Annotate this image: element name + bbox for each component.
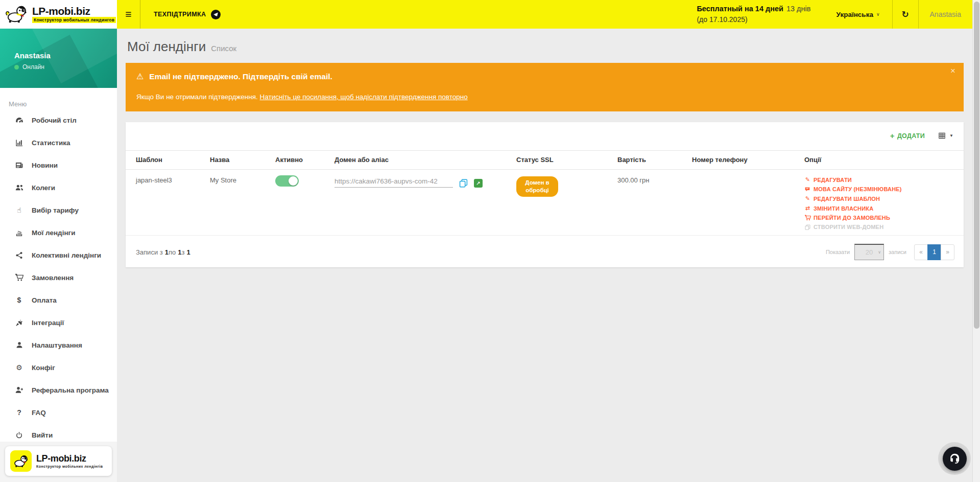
exchange-icon: ⇄ xyxy=(804,205,811,212)
close-icon[interactable]: × xyxy=(950,66,955,76)
chevron-down-icon: ∨ xyxy=(876,12,880,17)
sidebar-item-payment[interactable]: $ Оплата xyxy=(0,289,117,311)
online-status: Онлайн xyxy=(14,63,117,71)
dollar-icon: $ xyxy=(14,296,24,304)
question-icon: ? xyxy=(14,408,24,417)
sidebar-item-referral[interactable]: Реферальна програма xyxy=(0,379,117,401)
dog-mascot-icon xyxy=(10,450,32,472)
table-view-button[interactable]: ▼ xyxy=(938,132,953,140)
sidebar-item-my-landings[interactable]: Мої лендінги xyxy=(0,221,117,244)
landings-card: + ДОДАТИ ▼ Шаблон Назва Активно Домен аб… xyxy=(126,122,964,267)
current-page-button[interactable]: 1 xyxy=(927,244,941,260)
language-select[interactable]: Українська ∨ xyxy=(824,0,892,29)
phone-cell xyxy=(688,170,800,236)
prev-page-button[interactable]: « xyxy=(914,244,928,260)
column-header-domain: Домен або аліас xyxy=(330,151,512,170)
hand-pointer-icon: ☝ xyxy=(14,206,24,214)
top-header: LP-mobi.biz Конструктор мобильных лендин… xyxy=(0,0,972,29)
menu-section-label: Меню xyxy=(0,88,117,109)
sidebar-item-tariff[interactable]: ☝ Вибір тарифу xyxy=(0,199,117,221)
trial-info: Бесплатный на 14 дней13 днів (до 17.10.2… xyxy=(697,0,824,29)
sidebar-item-config[interactable]: ⚙ Конфіг xyxy=(0,356,117,379)
column-header-ssl: Статус SSL xyxy=(512,151,613,170)
site-language-link[interactable]: МОВА САЙТУ (НЕЗМІНЮВАНЕ) xyxy=(804,186,960,192)
resend-confirmation-link[interactable]: Натисніть це посилання, щоб надіслати пі… xyxy=(260,93,468,101)
active-toggle[interactable] xyxy=(275,175,299,187)
refresh-icon: ↻ xyxy=(901,9,909,20)
sidebar-item-statistics[interactable]: Статистика xyxy=(0,131,117,154)
change-owner-link[interactable]: ⇄ ЗМІНИТИ ВЛАСНИКА xyxy=(804,205,960,212)
records-label: записи xyxy=(889,249,906,255)
ssl-status-badge: Домен в обробці xyxy=(516,176,558,197)
power-icon xyxy=(14,431,24,439)
dashboard-icon xyxy=(14,116,24,124)
page-subtitle: Список xyxy=(211,44,236,53)
edit-icon: ✎ xyxy=(804,176,811,183)
warning-icon: ⚠ xyxy=(136,72,144,81)
sidebar-item-settings[interactable]: Налаштування xyxy=(0,334,117,356)
column-header-name: Назва xyxy=(206,151,271,170)
email-alert: ⚠ Email не підтверджено. Підтвердіть сві… xyxy=(126,63,964,111)
clone-icon xyxy=(804,224,811,230)
landings-table: Шаблон Назва Активно Домен або аліас Ста… xyxy=(126,150,964,236)
pagination-row: Записи з1по1з1 Показати 20 ∨ записи « 1 … xyxy=(126,236,964,263)
footer-logo[interactable]: LP-mobi.biz Конструктор мобільних лендін… xyxy=(5,446,112,476)
alert-body-text: Якщо Ви не отримали підтвердження. xyxy=(136,93,260,101)
language-icon xyxy=(804,187,811,192)
cart-icon xyxy=(14,273,24,282)
name-cell: My Store xyxy=(206,170,271,236)
column-header-options: Опції xyxy=(800,151,964,170)
vertical-scrollbar[interactable] xyxy=(972,0,980,482)
edit-template-link[interactable]: ✎ РЕДАГУВАТИ ШАБЛОН xyxy=(804,195,960,202)
footer-logo-title: LP-mobi.biz xyxy=(36,454,103,464)
domain-input[interactable] xyxy=(334,176,453,188)
open-domain-button[interactable]: ↗ xyxy=(474,179,483,188)
sidebar-item-colleagues[interactable]: Колеги xyxy=(0,176,117,199)
logo-title: LP-mobi.biz xyxy=(32,6,116,17)
edit-link[interactable]: ✎ РЕДАГУВАТИ xyxy=(804,176,960,183)
options-cell: ✎ РЕДАГУВАТИ МОВА САЙТУ (НЕЗМІНЮВАНЕ) ✎ … xyxy=(804,176,960,230)
main-content: Мої лендінги Список ⚠ Email не підтвердж… xyxy=(117,29,972,482)
share-icon xyxy=(14,251,24,259)
chevron-down-icon: ▼ xyxy=(949,133,953,138)
table-row: japan-steel3 My Store ↗ xyxy=(126,170,964,236)
card-toolbar: + ДОДАТИ ▼ xyxy=(126,122,964,150)
plug-icon xyxy=(14,319,24,327)
go-to-orders-link[interactable]: ПЕРЕЙТИ ДО ЗАМОВЛЕНЬ xyxy=(804,215,960,221)
trial-days-left: 13 днів xyxy=(786,5,811,13)
user-menu[interactable]: Anastasia xyxy=(919,0,972,29)
app-logo[interactable]: LP-mobi.biz Конструктор мобильных лендин… xyxy=(0,0,117,29)
external-link-icon: ↗ xyxy=(476,180,480,186)
sidebar-item-integrations[interactable]: Інтеграції xyxy=(0,311,117,334)
plus-icon: + xyxy=(890,131,895,140)
sidebar-item-orders[interactable]: Замовлення xyxy=(0,266,117,289)
refresh-button[interactable]: ↻ xyxy=(892,0,919,29)
sidebar: Anastasia Онлайн Меню Робочий стіл Стати… xyxy=(0,29,117,482)
telegram-icon xyxy=(211,10,221,19)
user-icon xyxy=(14,341,24,349)
sidebar-item-news[interactable]: Новини xyxy=(0,154,117,176)
page-title: Мої лендінги xyxy=(127,39,206,55)
copy-domain-button[interactable] xyxy=(459,179,468,188)
column-header-price: Вартість xyxy=(613,151,688,170)
sidebar-item-faq[interactable]: ? FAQ xyxy=(0,401,117,424)
sidebar-menu: Робочий стіл Статистика Новини Колеги ☝ … xyxy=(0,109,117,446)
gears-icon: ⚙ xyxy=(14,363,24,372)
create-web-domain-link[interactable]: СТВОРИТИ WEB-ДОМЕН xyxy=(804,224,960,230)
table-header-row: Шаблон Назва Активно Домен або аліас Ста… xyxy=(126,151,964,170)
logo-tagline: Конструктор мобильных лендингов xyxy=(32,17,116,23)
scrollbar-thumb[interactable] xyxy=(974,2,979,329)
sidebar-item-collective-landings[interactable]: Колективні лендінги xyxy=(0,244,117,266)
footer-logo-tagline: Конструктор мобільних лендінгів xyxy=(36,465,103,468)
user-plus-icon xyxy=(14,386,24,394)
page-header: Мої лендінги Список xyxy=(126,29,964,63)
hamburger-menu-icon[interactable]: ≡ xyxy=(117,0,140,29)
grid-icon xyxy=(938,132,946,140)
chat-widget-button[interactable] xyxy=(938,442,971,475)
next-page-button[interactable]: » xyxy=(941,244,954,260)
add-button[interactable]: + ДОДАТИ xyxy=(890,131,925,140)
support-button[interactable]: ТЕХПІДТРИМКА xyxy=(140,0,235,29)
page-size-select[interactable]: 20 ∨ xyxy=(854,244,884,260)
sidebar-item-dashboard[interactable]: Робочий стіл xyxy=(0,109,117,131)
online-status-dot-icon xyxy=(14,65,19,70)
